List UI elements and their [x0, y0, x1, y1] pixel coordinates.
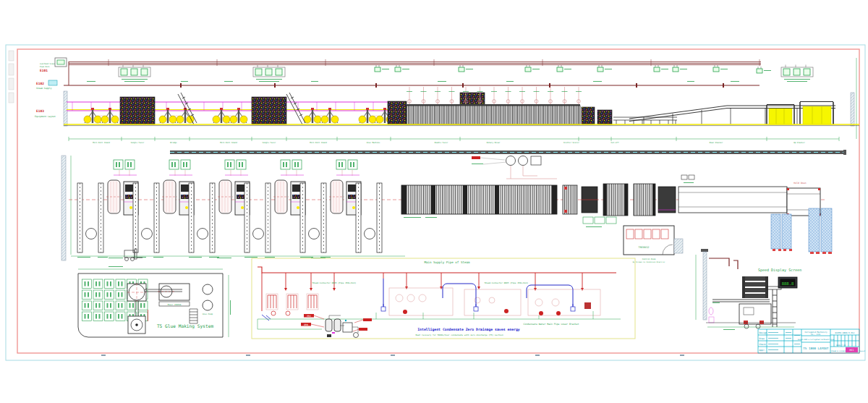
machine-label: Single Facer — [263, 142, 276, 144]
row3-code: E103 — [36, 109, 44, 113]
row2-code: E102 — [36, 82, 44, 85]
plan-view: Hold Down TRE0912 Control Room By Screen — [61, 150, 846, 263]
drawing-date: 2020-7-15 — [836, 344, 846, 347]
stacker-loads — [766, 102, 834, 125]
control-room: TRE0912 Control Room By Screen to Condit… — [624, 226, 683, 263]
field-design: Design — [760, 331, 767, 334]
logo-text: MEI — [850, 349, 854, 352]
machine-label: Glue Machine — [367, 142, 380, 144]
condensate-label: Condensate Water Main Pipe Lower Bracket — [524, 323, 579, 326]
micro-annotations — [87, 81, 739, 82]
title-block: Design Draw Check Appr. Corrugated Machi… — [758, 329, 866, 353]
cad-viewport: Overhead Steam Pipe Rack E101 E102 Steam… — [0, 0, 868, 403]
company-line2: Co., Ltd. — [811, 334, 821, 336]
recovery-unit — [326, 315, 359, 338]
model-number: WJ250-1800-5-PLC — [835, 331, 855, 334]
speed-display: 888.8 — [778, 277, 797, 288]
field-appr: Appr. — [760, 349, 766, 352]
steam-diagram: Main Supply Pipe of Steam Steam Connecto… — [252, 258, 635, 339]
speed-display-value: 888.8 — [782, 281, 794, 286]
steam-supply-tag — [48, 80, 57, 85]
drawing-name: T5 1800 LAYOUT — [803, 347, 829, 350]
machine-labels: Mill Roll Stand Single Facer Bridge Mill… — [93, 142, 805, 144]
machine-label: Mill Roll Stand — [310, 142, 327, 144]
mixer-label: Mixer 150KVA — [168, 304, 182, 306]
machine-label: Bridge — [170, 142, 177, 144]
connector-label-2: Steam Connector DN65 (Pipe 150L/min) — [485, 281, 529, 284]
field-check: Check — [760, 343, 766, 346]
machine-label: Slitter Scorer — [563, 142, 579, 144]
valve-tag-1: PRV — [307, 315, 311, 318]
edge-note-strip — [9, 51, 14, 103]
machine-label: Rotary Shear — [487, 142, 501, 144]
project-name: WJ250-1800-5 Corrugated Cardboard Line — [798, 339, 835, 341]
connector-label-1: Steam Connector DN65 (Pipe 150L/min) — [312, 281, 357, 284]
machine-label: Mill Roll Stand — [220, 142, 237, 144]
valve-tag-2: DRN — [304, 323, 308, 326]
field-draw: Draw — [760, 337, 765, 340]
steam-highlight: Intelligent Condensate Zero Drainage sav… — [417, 328, 520, 331]
glue-room-title: T5 Glue Making System — [157, 323, 214, 329]
row1-caption-2: Pipe Rack — [40, 66, 50, 68]
control-room-caption-1: Control Room — [642, 258, 656, 260]
drawing-canvas: Overhead Steam Pipe Rack E101 E102 Steam… — [0, 0, 868, 403]
machine-label: Up Stacker — [793, 142, 805, 144]
control-room-code: TRE0912 — [639, 246, 650, 249]
pump-label: Glue Pump — [203, 313, 213, 315]
row3-caption: Equipment Layout — [35, 115, 56, 118]
control-room-caption-2: By Screen to Condition Electric — [633, 261, 665, 263]
row1-code: E101 — [40, 69, 48, 72]
speed-screen-label: Speed Display Screen — [758, 268, 801, 273]
side-view: Speed Display Screen 888.8 — [696, 249, 801, 330]
glue-station — [472, 156, 557, 179]
hold-down-label: Hold Down — [793, 182, 806, 184]
machine-label: Double Facer — [435, 142, 448, 144]
row2-caption: Steam Supply — [36, 87, 52, 90]
row-labels: Overhead Steam Pipe Rack E101 E102 Steam… — [35, 63, 57, 118]
machine-label: Cut-off — [611, 142, 619, 144]
glue-room: Mixer 150KVA Glue Pump T5 Glue Making Sy… — [78, 266, 231, 337]
machine-label: Mill Roll Stand — [93, 142, 110, 144]
machine-label: Single Facer — [131, 142, 145, 144]
steam-title: Main Supply Pipe of Steam — [424, 260, 470, 264]
machine-label: Down Stacker — [710, 142, 723, 144]
grid-ticks — [101, 355, 684, 356]
steam-subnote: Heat recovery for 5000L/hour condensate … — [415, 334, 503, 336]
elevation-view: Mill Roll Stand Single Facer Bridge Mill… — [55, 58, 859, 144]
